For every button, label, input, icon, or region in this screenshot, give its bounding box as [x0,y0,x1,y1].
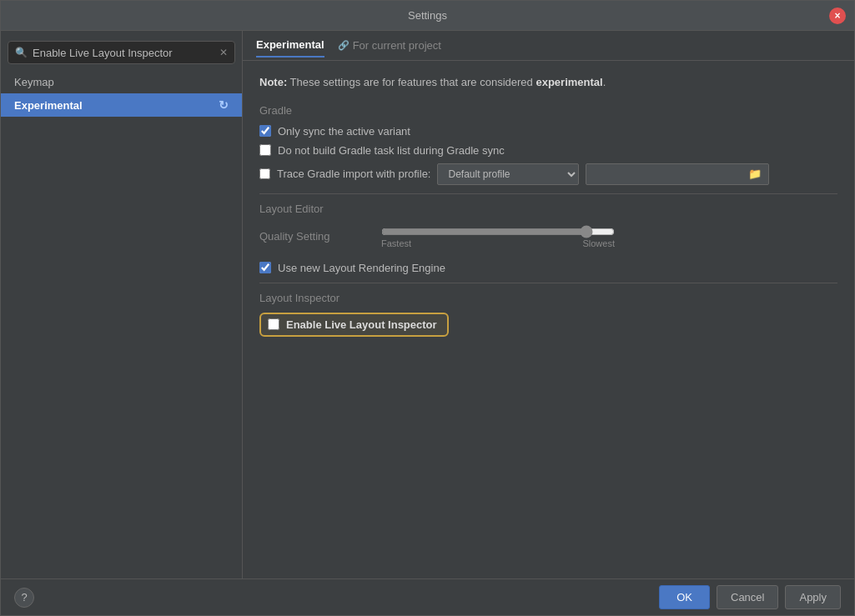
separator-1 [259,193,837,194]
help-button[interactable]: ? [14,588,34,608]
sidebar-item-keymap[interactable]: Keymap [1,71,242,93]
content-area: Experimental 🔗 For current project Note:… [243,31,854,578]
note-bold: experimental [536,76,602,88]
trace-file-button[interactable]: 📁 [586,163,769,185]
enable-live-layout-inspector-checkbox[interactable] [268,318,279,330]
search-input[interactable] [33,47,219,59]
use-new-layout-engine-checkbox[interactable] [259,262,271,273]
note-paragraph: Note: These settings are for features th… [259,74,837,91]
sidebar-item-keymap-label: Keymap [14,76,54,88]
settings-dialog: Settings × 🔍 ✕ Keymap Experimental ↻ Exp… [0,0,855,616]
tab-project-label: For current project [353,39,441,52]
cancel-button[interactable]: Cancel [717,585,778,609]
sidebar-item-experimental-label: Experimental [14,99,83,112]
dialog-body: 🔍 ✕ Keymap Experimental ↻ Experimental 🔗… [1,31,854,578]
apply-button[interactable]: Apply [785,585,841,609]
slider-slowest-label: Slowest [582,238,615,248]
sidebar: 🔍 ✕ Keymap Experimental ↻ [1,31,243,578]
note-prefix: Note: [259,76,287,88]
trace-profile-select[interactable]: Default profile [437,163,579,185]
layout-inspector-section-label: Layout Inspector [259,292,837,304]
search-clear-icon[interactable]: ✕ [219,47,228,58]
dialog-footer: ? OK Cancel Apply [1,578,854,615]
use-new-layout-engine-label[interactable]: Use new Layout Rendering Engine [278,262,445,274]
only-sync-active-row: Only sync the active variant [259,125,837,138]
folder-icon: 📁 [748,168,762,180]
content-scroll: Note: These settings are for features th… [243,61,854,578]
search-bar[interactable]: 🔍 ✕ [8,41,235,64]
no-build-task-row: Do not build Gradle task list during Gra… [259,144,837,157]
slider-fastest-label: Fastest [381,238,411,248]
title-bar: Settings × [1,1,854,31]
layout-editor-section-label: Layout Editor [259,203,837,215]
no-build-task-checkbox[interactable] [259,144,271,156]
footer-buttons: OK Cancel Apply [659,585,841,609]
search-icon: 🔍 [15,47,28,58]
dialog-title: Settings [408,9,447,22]
note-suffix: . [603,76,606,88]
tab-for-current-project[interactable]: 🔗 For current project [338,39,441,52]
use-new-layout-engine-row: Use new Layout Rendering Engine [259,262,837,274]
quality-slider-container: Fastest Slowest [381,225,615,248]
enable-live-layout-inspector-row[interactable]: Enable Live Layout Inspector [259,313,449,337]
quality-setting-label: Quality Setting [259,230,368,243]
slider-labels: Fastest Slowest [381,238,615,248]
enable-live-layout-inspector-label[interactable]: Enable Live Layout Inspector [286,318,437,331]
note-body: These settings are for features that are… [287,76,536,88]
trace-gradle-label[interactable]: Trace Gradle import with profile: [277,168,430,180]
reset-icon[interactable]: ↻ [219,98,229,112]
sidebar-item-experimental[interactable]: Experimental ↻ [1,93,242,117]
trace-gradle-checkbox[interactable] [259,168,270,179]
trace-gradle-row: Trace Gradle import with profile: Defaul… [259,163,837,185]
quality-slider[interactable] [381,225,615,238]
link-icon: 🔗 [338,40,350,51]
gradle-section-label: Gradle [259,104,837,117]
content-tabs: Experimental 🔗 For current project [243,31,854,61]
close-button[interactable]: × [829,8,846,24]
ok-button[interactable]: OK [659,585,710,609]
only-sync-label[interactable]: Only sync the active variant [278,125,410,138]
separator-2 [259,283,837,283]
no-build-task-label[interactable]: Do not build Gradle task list during Gra… [278,144,505,157]
only-sync-checkbox[interactable] [259,125,271,137]
quality-setting-row: Quality Setting Fastest Slowest [259,225,837,248]
tab-experimental[interactable]: Experimental [256,33,324,58]
